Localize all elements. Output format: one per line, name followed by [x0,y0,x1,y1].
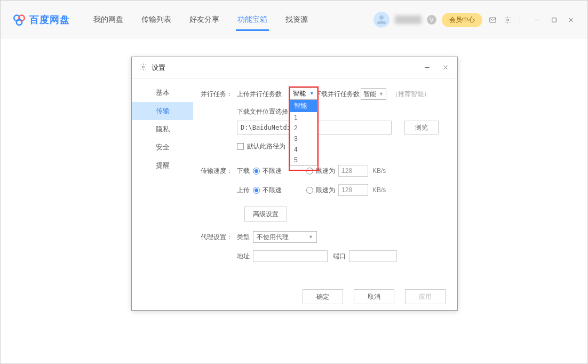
download-path-row: 浏览 [237,121,447,134]
download-limit-input[interactable] [338,165,368,177]
nav-tabs: 我的网盘 传输列表 好友分享 功能宝箱 找资源 [93,2,308,37]
sidebar-item-reminder[interactable]: 提醒 [132,156,193,175]
dialog-footer: 确定 取消 应用 [132,283,457,310]
proxy-address-input[interactable] [253,250,328,262]
upload-limit-label: 限速为 [316,186,335,195]
proxy-address-row: 地址 端口 [201,250,447,262]
proxy-type-value: 不使用代理 [257,233,289,242]
chevron-down-icon: ▼ [308,234,313,240]
default-path-checkbox[interactable] [237,143,244,150]
maximize-icon[interactable] [549,15,559,25]
upload-parallel-label: 上传并行任务数 [237,90,282,99]
upload-limited-radio[interactable] [306,187,313,194]
speed-upload-row: 上传 不限速 限速为 KB/s [201,184,447,196]
download-parallel-label: 下载并行任务数 [315,90,360,99]
nav-tab-toolbox[interactable]: 功能宝箱 [237,2,267,37]
window-controls [532,15,576,25]
upload-parallel-select[interactable]: 智能 ▼ [290,88,317,99]
download-limit-label: 限速为 [316,167,335,176]
upload-unlimited-label: 不限速 [263,186,295,195]
svg-rect-3 [489,18,495,22]
default-path-row: 默认此路径为 [237,142,447,151]
dialog-close-icon[interactable] [440,63,450,73]
chevron-down-icon: ▼ [309,91,314,96]
cancel-button[interactable]: 取消 [354,289,394,304]
svg-point-9 [142,66,145,68]
username-blurred [395,15,422,24]
close-icon[interactable] [566,15,576,25]
settings-gear-icon[interactable] [503,15,512,25]
sidebar-item-transfer[interactable]: 传输 [132,102,193,120]
proxy-section-label: 代理设置： [201,233,237,242]
nav-tab-transfer-list[interactable]: 传输列表 [141,2,171,37]
nav-tab-my-disk[interactable]: 我的网盘 [93,2,123,37]
upload-limit-input[interactable] [338,184,368,196]
speed-upload-label: 上传 [237,186,253,195]
proxy-type-row: 代理设置： 类型 不使用代理 ▼ [201,231,447,243]
dropdown-option-4[interactable]: 4 [290,144,317,155]
proxy-port-input[interactable] [349,250,397,262]
divider [520,15,520,24]
dialog-titlebar: 设置 [132,57,457,78]
download-unit: KB/s [372,167,386,175]
baidu-netdisk-logo-icon [12,13,26,27]
user-avatar[interactable] [374,12,390,28]
download-unlimited-label: 不限速 [263,167,295,176]
svg-rect-6 [552,18,556,22]
download-parallel-value: 智能 [363,90,376,99]
header-right: V 会员中心 [374,12,576,28]
proxy-type-label: 类型 [237,233,253,242]
chevron-down-icon: ▼ [379,91,384,97]
dialog-minimize-icon[interactable] [422,63,432,73]
ok-button[interactable]: 确定 [303,289,343,304]
app-logo: 百度网盘 [12,13,70,27]
dialog-title-text: 设置 [152,63,165,73]
proxy-port-label: 端口 [328,252,346,261]
dialog-gear-icon [139,63,147,73]
upload-unlimited-radio[interactable] [253,187,260,194]
default-path-label: 默认此路径为 [247,142,285,151]
dropdown-option-1[interactable]: 1 [290,112,317,123]
download-location-label-row: 下载文件位置选择 [237,107,447,116]
parallel-hint: （推荐智能） [392,90,430,99]
download-parallel-select[interactable]: 智能 ▼ [361,88,386,100]
proxy-type-select[interactable]: 不使用代理 ▼ [253,231,317,243]
settings-sidebar: 基本 传输 隐私 安全 提醒 [132,78,193,283]
sidebar-item-basic[interactable]: 基本 [132,84,193,102]
nav-tab-friend-share[interactable]: 好友分享 [189,2,219,37]
download-unlimited-radio[interactable] [253,168,260,175]
dropdown-option-5[interactable]: 5 [290,155,317,165]
app-name: 百度网盘 [29,13,70,26]
settings-content: 并行任务： 上传并行任务数 下载并行任务数 智能 ▼ （推荐智能） 下载文件位置… [193,78,457,283]
parallel-tasks-row: 并行任务： 上传并行任务数 下载并行任务数 智能 ▼ （推荐智能） [201,88,447,100]
vip-badge-icon: V [427,15,436,25]
apply-button[interactable]: 应用 [405,289,446,304]
dropdown-option-3[interactable]: 3 [290,133,317,144]
dropdown-option-2[interactable]: 2 [290,123,317,133]
upload-parallel-value: 智能 [293,89,306,98]
sidebar-item-security[interactable]: 安全 [132,138,193,156]
mail-icon[interactable] [488,15,497,25]
proxy-address-label: 地址 [237,252,253,261]
upload-unit: KB/s [372,186,386,194]
dropdown-option-smart[interactable]: 智能 [290,100,317,112]
speed-section-label: 传输速度： [201,167,237,176]
advanced-settings-button[interactable]: 高级设置 [244,207,287,221]
browse-button[interactable]: 浏览 [404,121,439,134]
sidebar-item-privacy[interactable]: 隐私 [132,120,193,138]
speed-download-label: 下载 [237,167,253,176]
svg-point-4 [506,19,508,21]
download-location-label: 下载文件位置选择 [237,107,288,116]
parallel-label: 并行任务： [201,90,237,99]
minimize-icon[interactable] [532,15,542,25]
upload-parallel-dropdown: 智能 1 2 3 4 5 [290,99,317,166]
main-header: 百度网盘 我的网盘 传输列表 好友分享 功能宝箱 找资源 V 会员中心 [1,1,587,39]
vip-center-button[interactable]: 会员中心 [442,13,482,27]
speed-download-row: 传输速度： 下载 不限速 限速为 KB/s [201,165,447,177]
download-limited-radio[interactable] [306,168,313,175]
nav-tab-find-resources[interactable]: 找资源 [285,2,308,37]
